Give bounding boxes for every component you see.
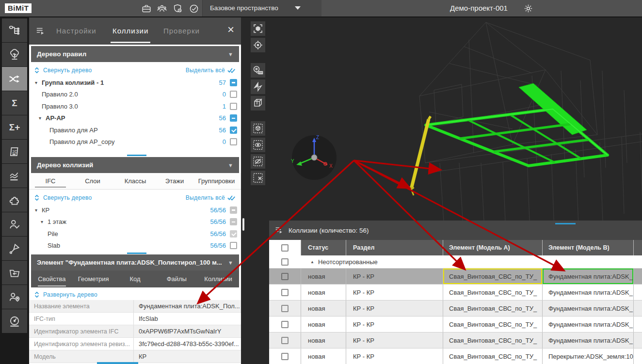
checkbox-indeterminate[interactable] xyxy=(230,79,237,86)
table-row[interactable]: новаяКР - КР Свая_Винтовая_СВС_по_ТУ_Пер… xyxy=(269,348,642,364)
horizontal-scrollbar[interactable] xyxy=(127,155,146,156)
isolate-selection-icon[interactable] xyxy=(251,121,265,136)
tree-expand-icon[interactable]: ▾ xyxy=(41,219,48,224)
model-tree-icon[interactable] xyxy=(2,43,27,66)
tree-row[interactable]: Правило для АР56 xyxy=(29,124,241,136)
checkbox-checked[interactable] xyxy=(230,127,237,134)
tab-layers[interactable]: Слои xyxy=(72,177,113,185)
shield-status-icon[interactable] xyxy=(173,3,183,14)
collapse-tree-link[interactable]: Свернуть дерево xyxy=(43,194,92,201)
horizontal-scrollbar[interactable] xyxy=(555,223,576,224)
row-checkbox[interactable] xyxy=(281,337,289,344)
tab-code[interactable]: Код xyxy=(114,275,156,283)
checkbox[interactable] xyxy=(230,242,237,249)
expand-tree-icon[interactable] xyxy=(34,291,40,298)
select-all-link[interactable]: Выделить всё xyxy=(186,67,225,74)
tab-properties[interactable]: Свойства xyxy=(31,275,73,283)
tab-floors[interactable]: Этажи xyxy=(157,177,192,185)
tree-expand-icon[interactable]: ▾ xyxy=(35,80,42,85)
folder-import-icon[interactable] xyxy=(2,261,27,285)
horizontal-scrollbar[interactable] xyxy=(127,253,146,254)
clash-detect-icon[interactable] xyxy=(2,67,27,91)
zoom-fit-icon[interactable] xyxy=(251,21,265,36)
tree-row[interactable]: ▾Группа коллизий - 157 xyxy=(29,77,241,89)
element-section-header[interactable]: Элемент "Фундаментная плита:ADSK_Полисти… xyxy=(31,254,239,270)
graph-icon[interactable] xyxy=(2,164,27,188)
sum-icon[interactable]: Σ xyxy=(2,91,27,115)
tab-groupings[interactable]: Группировки xyxy=(192,177,241,185)
horizontal-scrollbar[interactable] xyxy=(97,362,138,364)
tree-row[interactable]: Slab56/56 xyxy=(29,240,241,252)
checkbox[interactable] xyxy=(230,91,237,98)
tab-classes[interactable]: Классы xyxy=(113,177,157,185)
table-row[interactable]: новаяКР - КР Свая_Винтовая_СВС_по_ТУ_Фун… xyxy=(269,332,642,348)
collapse-tree-link[interactable]: Свернуть дерево xyxy=(43,67,92,74)
plugin-icon[interactable] xyxy=(2,188,27,212)
row-checkbox[interactable] xyxy=(281,305,289,312)
row-checkbox[interactable] xyxy=(281,273,289,280)
row-checkbox[interactable] xyxy=(281,353,289,360)
tree-row[interactable]: ▾1 этаж56/56 xyxy=(29,216,241,228)
checkbox-indeterminate[interactable] xyxy=(230,218,237,225)
checkbox-indeterminate[interactable] xyxy=(230,114,237,122)
column-status[interactable]: Статус xyxy=(301,240,346,255)
checkbox-indeterminate[interactable] xyxy=(230,206,237,214)
tab-collisions-el[interactable]: Коллизии xyxy=(197,275,239,283)
panel-menu-icon[interactable] xyxy=(36,26,46,36)
user-location-icon[interactable] xyxy=(2,285,27,309)
check-circle-icon[interactable] xyxy=(189,3,199,14)
briefcase-icon[interactable] xyxy=(141,3,152,14)
tree-expand-icon[interactable]: ▾ xyxy=(35,207,42,213)
checkbox[interactable] xyxy=(230,138,237,145)
column-section[interactable]: Раздел xyxy=(346,240,443,255)
team-icon[interactable] xyxy=(157,3,167,14)
gear-icon[interactable] xyxy=(523,3,533,14)
group-row[interactable]: ▲ Неотсортированные xyxy=(269,255,642,269)
collapse-tree-icon[interactable] xyxy=(34,67,40,74)
column-element-b[interactable]: Элемент (Модель В) xyxy=(543,240,634,255)
tree-row[interactable]: ▾АР-АР56 xyxy=(29,112,241,125)
select-all-icon[interactable] xyxy=(227,67,236,74)
select-all-icon[interactable] xyxy=(227,195,236,201)
clear-selection-icon[interactable] xyxy=(251,171,265,185)
structure-tree-icon[interactable] xyxy=(2,18,27,42)
show-selection-icon[interactable] xyxy=(251,138,265,152)
tree-row[interactable]: Правило 3.01 xyxy=(29,100,241,112)
column-element-a[interactable]: Элемент (Модель А) xyxy=(443,240,543,255)
table-menu-icon[interactable] xyxy=(275,226,284,235)
checkbox-checked[interactable] xyxy=(230,230,237,237)
collapse-group-icon[interactable]: ▲ xyxy=(310,260,314,264)
hide-selection-icon[interactable] xyxy=(251,154,265,169)
select-all-checkbox[interactable] xyxy=(281,244,289,252)
trowel-icon[interactable] xyxy=(2,237,27,260)
table-row[interactable]: новаяКР - КР Свая_Винтовая_СВС_по_ТУ_Фун… xyxy=(269,301,642,317)
orbit-target-icon[interactable] xyxy=(251,38,265,52)
tree-row[interactable]: Pile56/56 xyxy=(29,228,241,240)
workspace-dropdown[interactable]: Базовое пространство xyxy=(202,0,321,16)
tree-row[interactable]: ▾КР56/56 xyxy=(29,204,241,216)
tab-geometry[interactable]: Геометрия xyxy=(73,275,114,283)
vertical-scrollbar[interactable] xyxy=(242,218,244,231)
close-icon[interactable]: × xyxy=(227,24,234,35)
rules-section-header[interactable]: Дерево правил ▼ xyxy=(31,46,239,62)
row-checkbox[interactable] xyxy=(281,289,289,296)
tab-settings[interactable]: Настройки xyxy=(56,27,96,35)
table-row[interactable]: новая КР - КР Свая_Винтовая_СВС_по_ТУ_ Ф… xyxy=(269,269,642,285)
collision-section-header[interactable]: Дерево коллизий ▼ xyxy=(31,157,239,173)
tab-ifc[interactable]: IFC xyxy=(29,177,72,185)
tree-expand-icon[interactable]: ▾ xyxy=(39,115,46,121)
sum-plus-icon[interactable]: Σ+ xyxy=(2,115,27,139)
dashboard-icon[interactable] xyxy=(2,309,27,333)
user-check-icon[interactable] xyxy=(2,212,27,236)
tab-collisions[interactable]: Коллизии xyxy=(112,27,148,35)
tree-row[interactable]: Правило для АР_copy0 xyxy=(29,136,241,148)
expand-tree-link[interactable]: Развернуть дерево xyxy=(43,291,97,298)
clip-box-icon[interactable] xyxy=(251,96,265,111)
collapse-tree-icon[interactable] xyxy=(34,194,40,201)
table-row[interactable]: новаяКР - КР Свая_Винтовая_СВС_по_ТУ_Фун… xyxy=(269,285,642,301)
sheet-2d-icon[interactable]: 2D xyxy=(2,140,27,163)
tree-row[interactable]: Правило 2.00 xyxy=(29,89,241,101)
select-all-link[interactable]: Выделить всё xyxy=(186,194,225,201)
measure-icon[interactable] xyxy=(251,63,265,78)
row-checkbox[interactable] xyxy=(281,321,289,328)
